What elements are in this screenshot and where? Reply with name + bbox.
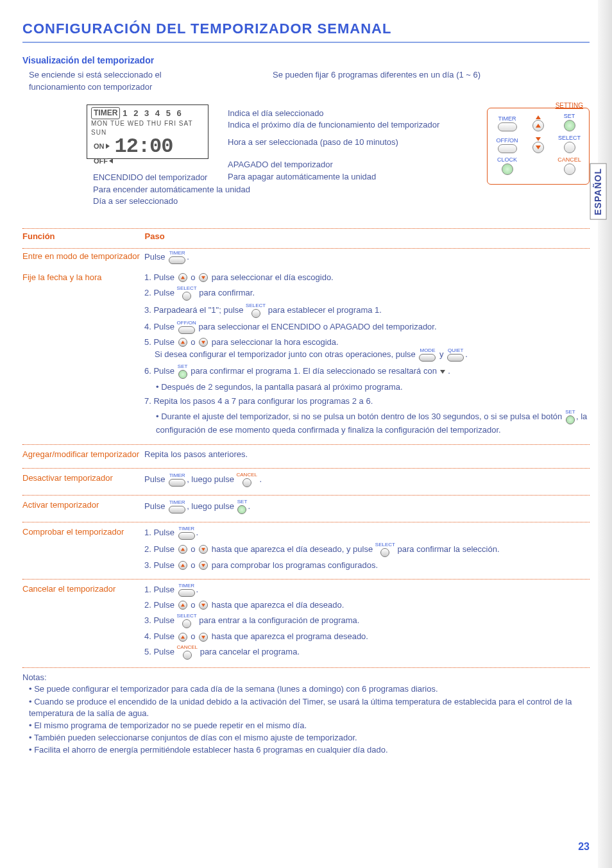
- select-lbl: SELECT: [177, 613, 197, 619]
- func-cancel: Cancelar el temporizador: [22, 583, 144, 595]
- set-btn-icon: [566, 415, 575, 424]
- note-item: El mismo programa de temporizador no se …: [29, 720, 590, 731]
- t: para seleccionar el ENCENDIDO o APAGADO …: [196, 322, 437, 331]
- t: o: [189, 631, 198, 641]
- remote-panel: TIMER SET OFF/ON SELECT CLOCK CANCEL: [487, 108, 590, 185]
- note-item: Cuando se produce el encendido de la uni…: [29, 696, 590, 719]
- cancel-btn-icon: [242, 478, 251, 487]
- remote-clock-label: CLOCK: [497, 157, 517, 163]
- t: 1. Pulse: [144, 585, 177, 594]
- t: 2. Pulse: [144, 600, 177, 610]
- select-btn-icon: [380, 548, 389, 557]
- lcd-program-numbers: 1 2 3 4 5 6: [123, 108, 183, 119]
- func-add-modify: Agregar/modificar temporizador: [22, 449, 144, 460]
- row-enable: Activar temporizador Pulse TIMER, luego …: [22, 499, 590, 517]
- mode-lbl: MODE: [420, 348, 435, 353]
- t: para seleccionar el día escogido.: [209, 272, 334, 282]
- row-check: Comprobar el temporizador 1. Pulse TIMER…: [22, 526, 590, 574]
- t: para comprobar los programas configurado…: [209, 560, 378, 570]
- timer-lbl: TIMER: [178, 583, 194, 588]
- timer-lbl: TIMER: [169, 500, 185, 505]
- lcd-on-label: ON: [94, 142, 110, 151]
- t: 4. Pulse: [144, 322, 177, 331]
- remote-set-label: SET: [564, 113, 575, 119]
- page-number: 23: [578, 840, 590, 854]
- offon-btn-icon: [178, 326, 195, 334]
- remote-offon-button[interactable]: [498, 144, 517, 153]
- t: Pulse: [144, 474, 167, 484]
- t: 1. Pulse: [144, 528, 177, 537]
- timer-btn-icon: [178, 532, 195, 540]
- cancel-btn-icon: [183, 651, 192, 660]
- notes-list: Se puede configurar el temporizador para…: [22, 683, 590, 756]
- remote-set-button[interactable]: [564, 120, 575, 131]
- row-enter-timer: Entre en modo de temporizador Pulse TIME…: [22, 251, 590, 267]
- remote-cancel-button[interactable]: [564, 163, 575, 175]
- cancel-lbl: CANCEL: [236, 472, 257, 478]
- t: Si desea configurar el temporizador junt…: [144, 349, 418, 359]
- down-btn-icon: [199, 338, 208, 347]
- lcd-time: 12:00: [115, 138, 173, 155]
- down-triangle-icon: [440, 370, 445, 374]
- page-shadow: [598, 0, 612, 868]
- up-btn-icon: [178, 633, 187, 642]
- t: para establecer el programa 1.: [266, 305, 382, 315]
- set-btn-icon: [237, 505, 246, 514]
- lcd-timer-badge: TIMER: [91, 107, 120, 119]
- quiet-lbl: QUIET: [448, 348, 463, 353]
- cancel-lbl: CANCEL: [177, 645, 198, 650]
- t: 6. Pulse: [144, 366, 177, 376]
- t: 1. Pulse: [144, 272, 177, 282]
- row-set-datetime: Fije la fecha y la hora 1. Pulse o para …: [22, 272, 590, 439]
- down-btn-icon: [199, 601, 208, 610]
- t: 4. Pulse: [144, 631, 177, 641]
- note-item: Se puede configurar el temporizador para…: [29, 683, 590, 695]
- offon-lbl: OFF/ON: [177, 321, 196, 326]
- row-cancel: Cancelar el temporizador 1. Pulse TIMER.…: [22, 583, 590, 662]
- language-tab: ESPAÑOL: [590, 163, 607, 220]
- up-arrow-icon: [536, 115, 541, 119]
- func-enable: Activar temporizador: [22, 499, 144, 511]
- t: o: [189, 337, 198, 347]
- remote-timer-button[interactable]: [498, 122, 517, 131]
- remote-up-button[interactable]: [532, 120, 544, 131]
- down-btn-icon: [199, 545, 208, 554]
- t: para entrar a la configuración de progra…: [197, 615, 360, 625]
- t: o: [189, 600, 198, 610]
- t: o: [189, 560, 198, 570]
- page-title: CONFIGURACIÓN DEL TEMPORIZADOR SEMANAL: [22, 19, 590, 43]
- timer-button-icon: [169, 256, 185, 264]
- up-btn-icon: [178, 338, 187, 347]
- timer-lbl: TIMER: [178, 526, 194, 531]
- remote-select-button[interactable]: [564, 142, 575, 153]
- t: para confirmar la selección.: [395, 544, 500, 554]
- remote-cancel-label: CANCEL: [557, 157, 581, 163]
- remote-select-label: SELECT: [558, 135, 581, 141]
- t: o: [189, 544, 198, 554]
- t: 5. Pulse: [144, 337, 177, 347]
- up-btn-icon: [178, 273, 187, 282]
- select-lbl: SELECT: [246, 303, 266, 308]
- down-btn-icon: [199, 561, 208, 570]
- select-btn-icon: [251, 309, 260, 318]
- t: y: [437, 349, 446, 359]
- t: o: [189, 272, 198, 282]
- t: 2. Pulse: [144, 288, 177, 297]
- note-item: Facilita el ahorro de energía permitiénd…: [29, 744, 590, 756]
- select-btn-icon: [182, 292, 191, 301]
- row-disable: Desactivar temporizador Pulse TIMER, lue…: [22, 472, 590, 490]
- lcd-off-label: OFF: [94, 157, 113, 165]
- timer-btn-icon: [178, 589, 195, 597]
- func-disable: Desactivar temporizador: [22, 472, 144, 484]
- note-selected-timer: Se enciende si está seleccionado el func…: [29, 69, 208, 92]
- note-six-programs: Se pueden fijar 6 programas diferentes e…: [273, 69, 504, 81]
- annot-next-day: Indica el próximo día de funcionamiento …: [228, 119, 446, 131]
- remote-clock-button[interactable]: [502, 163, 513, 175]
- t: hasta que aparezca el día deseado, y pul…: [209, 544, 375, 554]
- header-step: Paso: [145, 231, 165, 242]
- t: 3. Pulse: [144, 560, 177, 570]
- remote-down-button[interactable]: [532, 142, 544, 153]
- set-lbl: SET: [237, 499, 248, 505]
- t: 5. Pulse: [144, 647, 177, 656]
- down-btn-icon: [199, 273, 208, 282]
